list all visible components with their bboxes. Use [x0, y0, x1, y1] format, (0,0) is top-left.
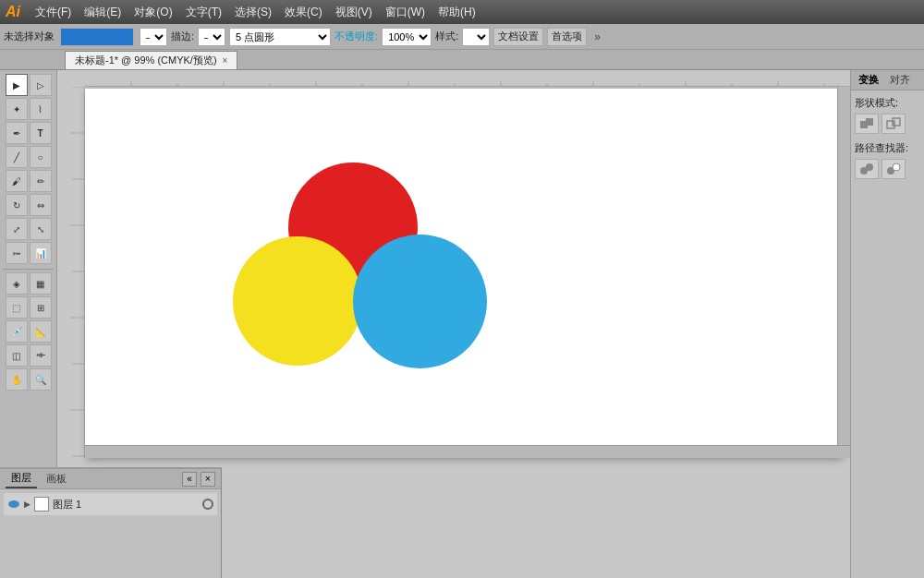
type-tool[interactable]: T: [30, 122, 52, 144]
hand-tool[interactable]: ✋: [6, 368, 28, 391]
svg-rect-33: [893, 121, 894, 126]
stroke-points-select[interactable]: 5 点圆形: [229, 28, 331, 46]
opacity-select[interactable]: 100%: [382, 28, 432, 46]
panel-controls: « ×: [182, 472, 215, 487]
tool-divider: [3, 269, 54, 270]
reflect-tool[interactable]: ⇔: [30, 194, 52, 216]
artboard-tool[interactable]: ⬚: [6, 296, 28, 319]
gradient-tool[interactable]: ◫: [6, 344, 28, 367]
fill-color-swatch[interactable]: [60, 28, 134, 46]
ellipse-tool[interactable]: ○: [30, 146, 52, 168]
menu-view[interactable]: 视图(V): [330, 3, 378, 22]
options-toolbar: 未选择对象 — 描边: — 5 点圆形 不透明度: 100% 样式: 文档设置 …: [0, 24, 924, 50]
canvas-content: [85, 89, 841, 458]
style-label: 样式:: [435, 30, 458, 43]
menu-help[interactable]: 帮助(H): [432, 3, 481, 22]
ruler-horizontal: [85, 70, 850, 87]
title-bar: Ai 文件(F) 编辑(E) 对象(O) 文字(T) 选择(S) 效果(C) 视…: [0, 0, 924, 24]
layers-tab[interactable]: 图层: [6, 469, 37, 488]
stroke-label: 描边:: [171, 30, 194, 43]
artboards-tab[interactable]: 画板: [41, 470, 72, 488]
slice-tool[interactable]: ⊞: [30, 296, 52, 319]
menu-select[interactable]: 选择(S): [229, 3, 277, 22]
magic-wand-tool[interactable]: ✦: [6, 98, 28, 120]
panel-collapse-btn[interactable]: «: [182, 472, 197, 487]
column-graph-tool[interactable]: ▦: [30, 272, 52, 295]
svg-rect-19: [57, 87, 85, 458]
pathfinder-title: 路径查找器:: [855, 141, 920, 155]
stroke-arrow2-select[interactable]: —: [198, 28, 225, 46]
panel-close-btn[interactable]: ×: [201, 472, 215, 487]
vertical-scrollbar[interactable]: [837, 87, 850, 445]
doc-settings-button[interactable]: 文档设置: [493, 28, 543, 46]
lasso-tool[interactable]: ⌇: [30, 98, 52, 120]
shape-intersect-btn[interactable]: [881, 114, 906, 134]
svg-rect-30: [866, 118, 873, 126]
horizontal-scrollbar[interactable]: [85, 445, 850, 458]
transform-tab[interactable]: 变换: [855, 71, 882, 89]
right-panel-header: 变换 对齐: [851, 70, 924, 90]
layers-panel-header: 图层 画板 « ×: [0, 469, 221, 489]
warp-tool[interactable]: ⤡: [30, 218, 52, 240]
right-panel: 变换 对齐 形状模式: 路径查找器:: [850, 70, 924, 578]
blue-circle[interactable]: [353, 235, 487, 368]
layers-list: ▶ 图层 1: [0, 489, 221, 519]
ruler-vertical: [57, 87, 85, 458]
menu-effect[interactable]: 效果(C): [279, 3, 328, 22]
align-tab[interactable]: 对齐: [886, 71, 914, 89]
paintbrush-tool[interactable]: 🖌: [6, 170, 28, 192]
stroke-arrow-select[interactable]: —: [140, 28, 167, 46]
layer-item[interactable]: ▶ 图层 1: [4, 493, 217, 515]
pen-tool[interactable]: ✒: [6, 122, 28, 144]
menu-file[interactable]: 文件(F): [30, 3, 77, 22]
width-tool[interactable]: ⤠: [6, 242, 28, 264]
shape-mode-icons: [855, 114, 920, 134]
scale-tool[interactable]: ⤢: [6, 218, 28, 240]
tab-close-button[interactable]: ×: [223, 55, 228, 66]
tab-bar: 未标题-1* @ 99% (CMYK/预览) ×: [0, 50, 924, 70]
measure-tool[interactable]: 📐: [30, 320, 52, 343]
menu-edit[interactable]: 编辑(E): [79, 3, 127, 22]
select-tool[interactable]: ▶: [6, 74, 28, 96]
pencil-tool[interactable]: ✏: [30, 170, 52, 192]
shape-unite-btn[interactable]: [855, 114, 879, 134]
line-tool[interactable]: ╱: [6, 146, 28, 168]
eyedropper-tool[interactable]: 💉: [6, 320, 28, 343]
pathfinder-icons: [855, 159, 920, 179]
opacity-label: 不透明度:: [334, 30, 378, 43]
menu-object[interactable]: 对象(O): [128, 3, 177, 22]
menu-window[interactable]: 窗口(W): [380, 3, 431, 22]
shape-mode-title: 形状模式:: [855, 96, 920, 110]
layer-target-indicator[interactable]: [202, 499, 213, 510]
zoom-tool[interactable]: 🔍: [30, 368, 52, 391]
eye-icon: [8, 500, 19, 508]
menu-bar: 文件(F) 编辑(E) 对象(O) 文字(T) 选择(S) 效果(C) 视图(V…: [30, 3, 481, 22]
layer-expand-btn[interactable]: ▶: [24, 500, 30, 509]
artboard: [85, 89, 841, 458]
symbol-tool[interactable]: ◈: [6, 272, 28, 295]
layer-name-label: 图层 1: [53, 498, 81, 512]
graph-tool[interactable]: 📊: [30, 242, 52, 264]
active-document-tab[interactable]: 未标题-1* @ 99% (CMYK/预览) ×: [65, 51, 237, 69]
preferences-button[interactable]: 首选项: [547, 28, 587, 46]
layer-visibility-toggle[interactable]: [7, 498, 20, 511]
right-panel-content: 形状模式: 路径查找器:: [851, 90, 924, 192]
menu-text[interactable]: 文字(T): [180, 3, 227, 22]
pathfinder-add-btn[interactable]: [855, 159, 879, 179]
direct-select-tool[interactable]: ▷: [30, 74, 52, 96]
yellow-circle[interactable]: [233, 236, 362, 366]
blend-tool[interactable]: ⬲: [30, 344, 52, 367]
no-selection-label: 未选择对象: [4, 30, 55, 43]
pathfinder-subtract-btn[interactable]: [881, 159, 906, 179]
svg-point-35: [866, 163, 873, 171]
app-logo: Ai: [6, 4, 20, 20]
svg-rect-0: [85, 70, 850, 87]
svg-point-37: [893, 163, 900, 171]
layers-panel: 图层 画板 « × ▶ 图层 1: [0, 467, 222, 578]
extras-icon[interactable]: »: [594, 30, 601, 43]
style-select[interactable]: [462, 28, 490, 46]
layer-thumbnail: [34, 497, 49, 512]
rotate-tool[interactable]: ↻: [6, 194, 28, 216]
